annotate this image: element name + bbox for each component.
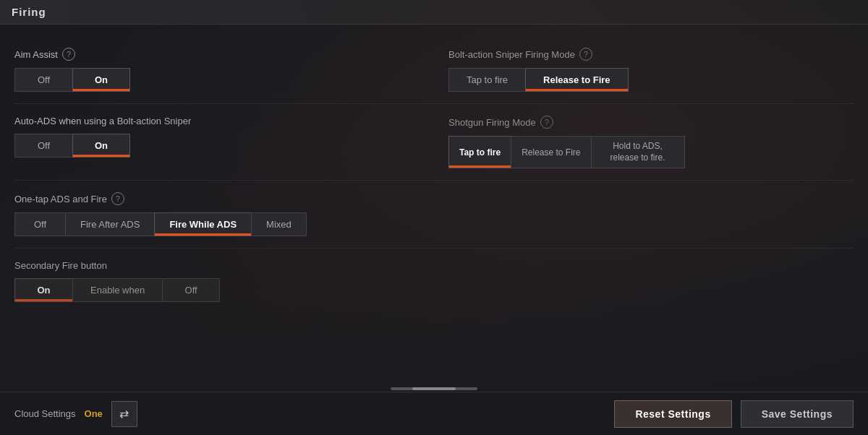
sync-icon: ⇄ bbox=[119, 407, 129, 421]
reset-settings-button[interactable]: Reset Settings bbox=[614, 400, 731, 428]
secondary-fire-on-btn[interactable]: On bbox=[14, 278, 72, 302]
one-tap-fire-while-ads-btn[interactable]: Fire While ADS bbox=[154, 212, 251, 236]
sync-icon-btn[interactable]: ⇄ bbox=[111, 401, 137, 427]
one-tap-fire-after-ads-btn[interactable]: Fire After ADS bbox=[65, 212, 154, 236]
one-tap-block: One-tap ADS and Fire ? Off Fire After AD… bbox=[14, 192, 307, 236]
one-tap-label: One-tap ADS and Fire ? bbox=[14, 192, 307, 205]
shotgun-block: Shotgun Firing Mode ? Tap to fire Releas… bbox=[448, 116, 854, 168]
secondary-fire-enable-when-btn[interactable]: Enable when bbox=[72, 278, 162, 302]
aim-assist-block: Aim Assist ? Off On bbox=[14, 48, 420, 92]
scroll-indicator bbox=[391, 387, 477, 390]
page-title: Firing bbox=[12, 6, 46, 18]
secondary-fire-label: Secondary Fire button bbox=[14, 260, 220, 271]
shotgun-help-icon[interactable]: ? bbox=[540, 116, 553, 129]
shotgun-hold-ads-btn[interactable]: Hold to ADS, release to fire. bbox=[591, 136, 685, 168]
secondary-fire-block: Secondary Fire button On Enable when Off bbox=[14, 260, 220, 302]
one-tap-toggle-group: Off Fire After ADS Fire While ADS Mixed bbox=[14, 212, 307, 236]
auto-ads-label: Auto-ADS when using a Bolt-action Sniper bbox=[14, 116, 420, 126]
shotgun-tap-fire-btn[interactable]: Tap to fire bbox=[448, 136, 511, 168]
title-bar: Firing bbox=[0, 0, 868, 25]
auto-ads-block: Auto-ADS when using a Bolt-action Sniper… bbox=[14, 116, 420, 168]
scroll-indicator-bar bbox=[412, 387, 456, 390]
cloud-settings-label: Cloud Settings bbox=[14, 408, 76, 419]
row-2: Auto-ADS when using a Bolt-action Sniper… bbox=[14, 104, 854, 181]
row-3: One-tap ADS and Fire ? Off Fire After AD… bbox=[14, 181, 854, 249]
auto-ads-on-btn[interactable]: On bbox=[72, 134, 130, 158]
bolt-action-toggle-group: Tap to fire Release to Fire bbox=[448, 68, 854, 92]
one-tap-help-icon[interactable]: ? bbox=[111, 192, 124, 205]
one-tap-empty bbox=[336, 192, 854, 236]
bolt-action-help-icon[interactable]: ? bbox=[579, 48, 592, 61]
save-settings-button[interactable]: Save Settings bbox=[741, 400, 854, 428]
one-tap-mixed-btn[interactable]: Mixed bbox=[251, 212, 307, 236]
aim-assist-off-btn[interactable]: Off bbox=[14, 68, 72, 92]
auto-ads-toggle-group: Off On bbox=[14, 134, 420, 158]
footer: Cloud Settings One ⇄ Reset Settings Save… bbox=[0, 392, 868, 435]
row-4: Secondary Fire button On Enable when Off bbox=[14, 249, 854, 314]
shotgun-release-fire-btn[interactable]: Release to Fire bbox=[511, 136, 590, 168]
bolt-tap-fire-btn[interactable]: Tap to fire bbox=[448, 68, 525, 92]
aim-assist-on-btn[interactable]: On bbox=[72, 68, 130, 92]
secondary-fire-toggle-group: On Enable when Off bbox=[14, 278, 220, 302]
auto-ads-off-btn[interactable]: Off bbox=[14, 134, 72, 158]
bolt-action-label: Bolt-action Sniper Firing Mode ? bbox=[448, 48, 854, 61]
main-content: Aim Assist ? Off On Bolt-action Sniper F… bbox=[0, 25, 868, 389]
one-tap-off-btn[interactable]: Off bbox=[14, 212, 65, 236]
aim-assist-toggle-group: Off On bbox=[14, 68, 420, 92]
secondary-fire-off-btn[interactable]: Off bbox=[162, 278, 220, 302]
shotgun-toggle-group: Tap to fire Release to Fire Hold to ADS,… bbox=[448, 136, 854, 168]
cloud-profile-name: One bbox=[85, 408, 103, 419]
shotgun-label: Shotgun Firing Mode ? bbox=[448, 116, 854, 129]
aim-assist-help-icon[interactable]: ? bbox=[62, 48, 75, 61]
bolt-action-block: Bolt-action Sniper Firing Mode ? Tap to … bbox=[448, 48, 854, 92]
aim-assist-label: Aim Assist ? bbox=[14, 48, 420, 61]
bolt-release-fire-btn[interactable]: Release to Fire bbox=[525, 68, 629, 92]
row-1: Aim Assist ? Off On Bolt-action Sniper F… bbox=[14, 36, 854, 104]
